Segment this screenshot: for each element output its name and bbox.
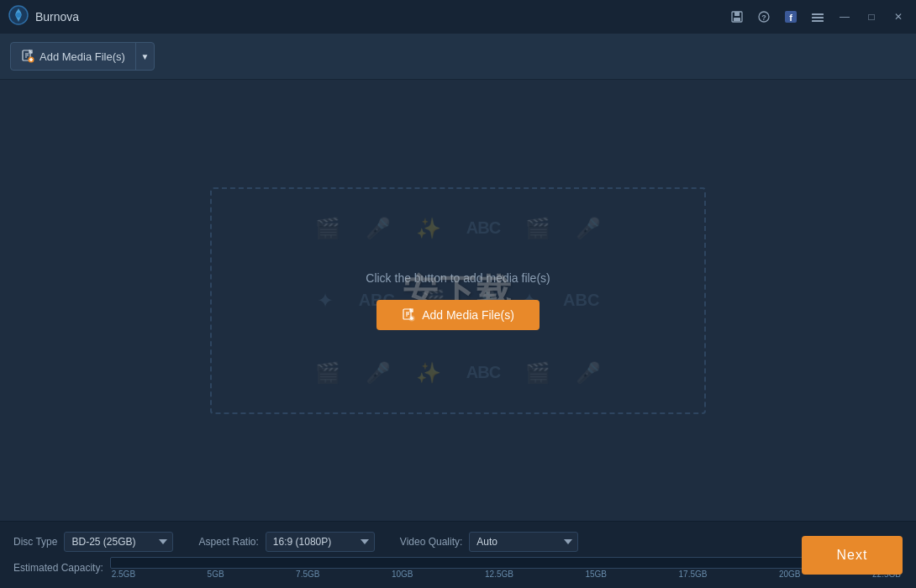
disc-type-select[interactable]: BD-25 (25GB) BD-50 (50GB) DVD-5 (4.7GB) …	[64, 532, 173, 552]
controls-row: Disc Type BD-25 (25GB) BD-50 (50GB) DVD-…	[13, 532, 903, 552]
disc-type-label: Disc Type	[13, 536, 57, 548]
tick-6: 15GB	[585, 570, 607, 579]
film5-icon: 🎬	[525, 361, 550, 385]
disc-type-group: Disc Type BD-25 (25GB) BD-50 (50GB) DVD-…	[13, 532, 173, 552]
svg-rect-11	[812, 20, 824, 22]
help-titlebar-icon[interactable]: ?	[753, 6, 775, 28]
capacity-bar-wrapper: 2.5GB 5GB 7.5GB 10GB 12.5GB 15GB 17.5GB …	[110, 557, 903, 579]
capacity-ticks: 2.5GB 5GB 7.5GB 10GB 12.5GB 15GB 17.5GB …	[110, 570, 903, 579]
tick-7: 17.5GB	[679, 570, 708, 579]
next-button[interactable]: Next	[802, 536, 903, 575]
save-titlebar-icon[interactable]	[726, 6, 748, 28]
dropzone-add-button[interactable]: Add Media File(s)	[376, 300, 540, 330]
tick-1: 2.5GB	[112, 570, 135, 579]
dropzone-prompt: Click the button to add media file(s)	[366, 271, 550, 285]
facebook-titlebar-icon[interactable]: f	[780, 6, 802, 28]
mic-icon: 🎤	[366, 217, 391, 240]
app-title: Burnova	[35, 10, 79, 24]
add-media-arrow[interactable]: ▼	[135, 43, 154, 70]
add-media-label: Add Media File(s)	[39, 50, 125, 63]
video-quality-label: Video Quality:	[400, 536, 463, 548]
tick-5: 12.5GB	[485, 570, 513, 579]
titlebar-right: ? f — □ ✕	[726, 6, 909, 28]
svg-rect-4	[734, 18, 740, 21]
minimize-button[interactable]: —	[834, 6, 855, 28]
titlebar: Burnova ? f	[0, 0, 916, 34]
aspect-ratio-label: Aspect Ratio:	[198, 536, 258, 548]
toolbar: Add Media File(s) ▼	[0, 34, 916, 80]
mic2-icon: 🎤	[576, 217, 601, 240]
mic5-icon: 🎤	[576, 361, 601, 385]
tick-8: 20GB	[779, 570, 801, 579]
dropzone[interactable]: 🎬 🎤 ✨ ABC 🎬 🎤 ✦ ABC 🎬 🎤 ✦ ABC 🎬 🎤 ✨ ABC	[210, 187, 706, 414]
tick-2: 5GB	[208, 570, 224, 579]
svg-rect-9	[812, 13, 824, 15]
tick-3: 7.5GB	[296, 570, 319, 579]
aspect-ratio-select[interactable]: 16:9 (1080P) 4:3 (480P) 16:9 (720P)	[266, 532, 375, 552]
main-area: 🎬 🎤 ✨ ABC 🎬 🎤 ✦ ABC 🎬 🎤 ✦ ABC 🎬 🎤 ✨ ABC	[0, 80, 916, 521]
svg-rect-10	[812, 17, 824, 18]
info-titlebar-icon[interactable]	[807, 6, 829, 28]
add-media-button[interactable]: Add Media File(s) ▼	[10, 42, 155, 71]
film2-icon: 🎬	[525, 217, 550, 240]
capacity-row: Estimated Capacity: 2.5GB 5GB 7.5GB 10GB…	[13, 557, 903, 579]
capacity-label: Estimated Capacity:	[13, 562, 103, 574]
maximize-button[interactable]: □	[861, 6, 882, 28]
add-file-icon	[21, 50, 34, 63]
dropzone-add-label: Add Media File(s)	[422, 308, 514, 322]
titlebar-left: Burnova	[8, 5, 79, 29]
film4-icon: 🎬	[315, 361, 340, 385]
abc3-icon: ABC	[563, 291, 599, 310]
controls-area: Disc Type BD-25 (25GB) BD-50 (50GB) DVD-…	[13, 532, 903, 579]
svg-text:f: f	[789, 13, 792, 23]
bottom-content: Disc Type BD-25 (25GB) BD-50 (50GB) DVD-…	[13, 532, 903, 579]
bottom-bar: Disc Type BD-25 (25GB) BD-50 (50GB) DVD-…	[0, 521, 916, 588]
capacity-bar	[110, 557, 903, 569]
svg-rect-3	[734, 12, 740, 16]
video-quality-select[interactable]: Auto High Medium Low	[469, 532, 578, 552]
sparkle2-icon: ✦	[317, 289, 334, 312]
app-logo-icon	[8, 5, 29, 29]
svg-text:?: ?	[761, 13, 766, 22]
sparkle4-icon: ✨	[416, 361, 441, 385]
abc-icon: ABC	[466, 218, 500, 238]
aspect-ratio-group: Aspect Ratio: 16:9 (1080P) 4:3 (480P) 16…	[198, 532, 374, 552]
abc4-icon: ABC	[466, 363, 500, 382]
mic4-icon: 🎤	[366, 361, 391, 385]
add-media-main[interactable]: Add Media File(s)	[11, 43, 135, 70]
video-quality-group: Video Quality: Auto High Medium Low	[400, 532, 579, 552]
close-button[interactable]: ✕	[887, 6, 909, 28]
film-icon: 🎬	[315, 217, 340, 240]
add-file-btn-icon	[402, 308, 415, 322]
svg-point-1	[16, 13, 21, 18]
tick-4: 10GB	[392, 570, 413, 579]
sparkle-icon: ✨	[416, 217, 441, 240]
